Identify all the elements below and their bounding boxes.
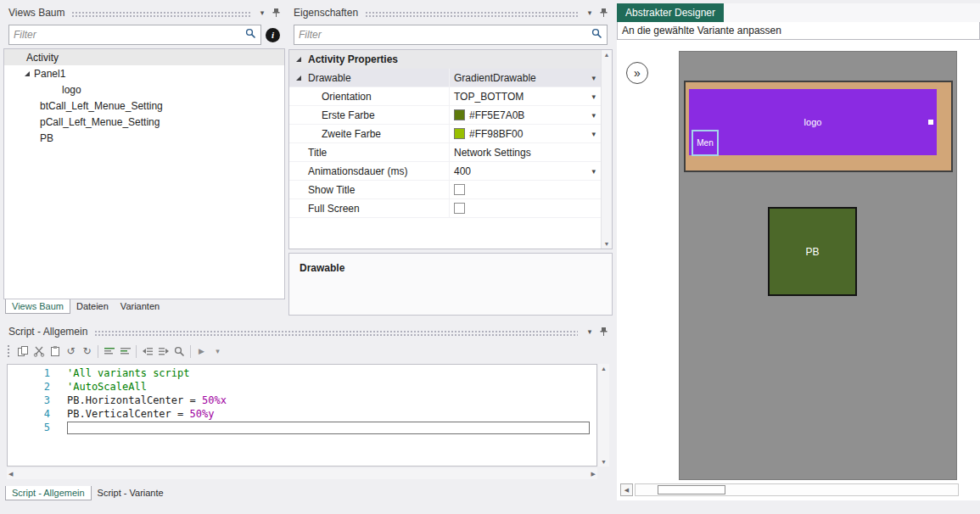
outdent-icon[interactable]	[139, 344, 155, 360]
tree-item-btcall[interactable]: btCall_Left_Menue_Setting	[4, 98, 284, 114]
pin-icon[interactable]	[269, 6, 283, 20]
scroll-left-icon[interactable]: ◀	[8, 471, 13, 478]
panel-grip[interactable]	[365, 11, 578, 18]
script-panel: Script - Allgemein ▾ ↺ ↻ ▶ ▾ 1 'All vari…	[3, 323, 613, 500]
properties-filter-input[interactable]	[299, 29, 591, 41]
toolbar-grip[interactable]	[7, 344, 11, 358]
chevron-down-icon[interactable]: ▾	[591, 130, 596, 138]
chevron-down-icon[interactable]: ▾	[583, 325, 596, 338]
tab-views-baum[interactable]: Views Baum	[5, 299, 70, 314]
tab-abstrakter-designer[interactable]: Abstrakter Designer	[617, 3, 724, 22]
property-row-full-screen[interactable]: Full Screen	[289, 199, 601, 218]
scrollbar-thumb[interactable]	[658, 485, 725, 494]
chevron-down-icon[interactable]: ▾	[591, 92, 596, 101]
pb-element[interactable]: PB	[768, 207, 857, 296]
expand-arrow-icon[interactable]	[296, 57, 301, 62]
designer-canvas[interactable]: logo Men PB	[679, 51, 957, 480]
panel-grip[interactable]	[94, 330, 578, 337]
tab-script-variante[interactable]: Script - Variante	[92, 486, 170, 500]
logo-element[interactable]: logo	[689, 89, 937, 155]
tree-item-panel1[interactable]: Panel1	[4, 65, 284, 81]
run-icon[interactable]: ▶	[193, 344, 210, 360]
scroll-down-icon[interactable]: ▼	[604, 241, 610, 247]
selection-handle[interactable]	[928, 120, 933, 125]
property-row-title[interactable]: Title Network Settings	[289, 143, 601, 162]
chevron-down-icon[interactable]: ▾	[591, 74, 596, 82]
property-row-zweite-farbe[interactable]: Zweite Farbe #FF98BF00 ▾	[289, 125, 601, 143]
designer-horizontal-scrollbar[interactable]	[635, 483, 959, 496]
pin-icon[interactable]	[596, 6, 610, 20]
property-row-animationsdauer[interactable]: Animationsdauer (ms) 400 ▾	[289, 162, 601, 181]
views-filter-input[interactable]	[14, 29, 245, 41]
chevron-down-icon[interactable]: ▾	[591, 111, 596, 120]
property-value-dropdown[interactable]: TOP_BOTTOM ▾	[449, 87, 601, 105]
tree-item-pb[interactable]: PB	[4, 130, 284, 146]
script-panel-header[interactable]: Script - Allgemein ▾	[3, 323, 613, 340]
views-filter-box[interactable]	[8, 25, 261, 45]
checkbox[interactable]	[454, 203, 465, 214]
property-label: Drawable	[289, 69, 449, 87]
menu-button-label: Men	[697, 138, 713, 148]
properties-panel-header[interactable]: Eigenschaften ▾	[288, 3, 613, 22]
properties-scrollbar[interactable]: ▲ ▼	[601, 50, 612, 249]
property-value-dropdown[interactable]: 400 ▾	[449, 162, 601, 180]
property-value-text[interactable]: Network Settings	[449, 143, 601, 161]
indent-icon[interactable]	[155, 344, 171, 360]
property-description: Drawable	[288, 253, 613, 316]
designer-toolbar: An die gewählte Variante anpassen	[617, 22, 980, 40]
pin-icon[interactable]	[596, 325, 610, 338]
scroll-left-icon[interactable]: ◀	[620, 483, 633, 496]
property-row-show-title[interactable]: Show Title	[289, 181, 601, 199]
line-number: 2	[8, 381, 60, 394]
property-value-dropdown[interactable]: #FF98BF00 ▾	[449, 125, 601, 142]
cut-icon[interactable]	[31, 344, 47, 360]
paste-icon[interactable]	[47, 344, 63, 360]
editor-vertical-scrollbar[interactable]: ▲ ▼	[598, 364, 609, 467]
overflow-icon[interactable]: ▾	[210, 344, 226, 360]
chevron-down-icon[interactable]: ▾	[255, 6, 269, 20]
views-panel-header[interactable]: Views Baum ▾	[3, 3, 285, 22]
expand-panel-button[interactable]: »	[626, 62, 648, 84]
property-row-drawable[interactable]: Drawable GradientDrawable ▾	[289, 69, 601, 87]
menu-button-element[interactable]: Men	[692, 130, 719, 156]
tree-item-activity[interactable]: Activity	[4, 49, 284, 65]
expand-arrow-icon[interactable]	[25, 71, 30, 76]
properties-filter-box[interactable]	[294, 25, 608, 45]
views-tree[interactable]: Activity Panel1 logo btCall_Left_Menue_S…	[3, 48, 285, 299]
panel1-element[interactable]: logo Men	[684, 81, 953, 172]
checkbox[interactable]	[454, 184, 465, 195]
expand-arrow-icon[interactable]	[296, 75, 301, 81]
code-text: PB.VerticalCenter = 50%y	[60, 408, 214, 422]
property-row-orientation[interactable]: Orientation TOP_BOTTOM ▾	[289, 87, 601, 106]
search-icon[interactable]	[591, 28, 602, 42]
property-group-label: Activity Properties	[308, 53, 398, 65]
chevron-down-icon[interactable]: ▾	[583, 6, 596, 20]
script-editor[interactable]: 1 'All variants script 2 'AutoScaleAll 3…	[7, 364, 597, 467]
property-value-dropdown[interactable]: #FF5E7A0B ▾	[449, 106, 601, 124]
tree-item-pcall[interactable]: pCall_Left_Menue_Setting	[4, 114, 284, 130]
property-group-header[interactable]: Activity Properties	[289, 50, 601, 69]
search-icon[interactable]	[171, 344, 188, 360]
property-label: Full Screen	[289, 199, 449, 217]
scroll-right-icon[interactable]: ▶	[591, 471, 596, 478]
property-value-dropdown[interactable]: GradientDrawable ▾	[449, 69, 601, 87]
editor-horizontal-scrollbar[interactable]: ◀ ▶	[7, 468, 597, 479]
tree-item-logo[interactable]: logo	[4, 81, 284, 98]
chevron-down-icon[interactable]: ▾	[591, 167, 596, 176]
tab-dateien[interactable]: Dateien	[70, 299, 115, 314]
scroll-up-icon[interactable]: ▲	[604, 52, 610, 58]
info-icon[interactable]: i	[266, 28, 280, 42]
redo-icon[interactable]: ↻	[79, 344, 95, 360]
scroll-up-icon[interactable]: ▲	[601, 366, 607, 372]
tab-varianten[interactable]: Varianten	[115, 299, 165, 314]
property-row-erste-farbe[interactable]: Erste Farbe #FF5E7A0B ▾	[289, 106, 601, 125]
scroll-down-icon[interactable]: ▼	[601, 459, 607, 465]
code-edit-field[interactable]	[67, 422, 590, 434]
comment-icon[interactable]	[101, 344, 117, 360]
panel-grip[interactable]	[71, 11, 250, 18]
search-icon[interactable]	[245, 28, 256, 42]
tab-script-allgemein[interactable]: Script - Allgemein	[5, 486, 92, 500]
copy-icon[interactable]	[14, 344, 31, 360]
undo-icon[interactable]: ↺	[63, 344, 79, 360]
uncomment-icon[interactable]	[117, 344, 133, 360]
